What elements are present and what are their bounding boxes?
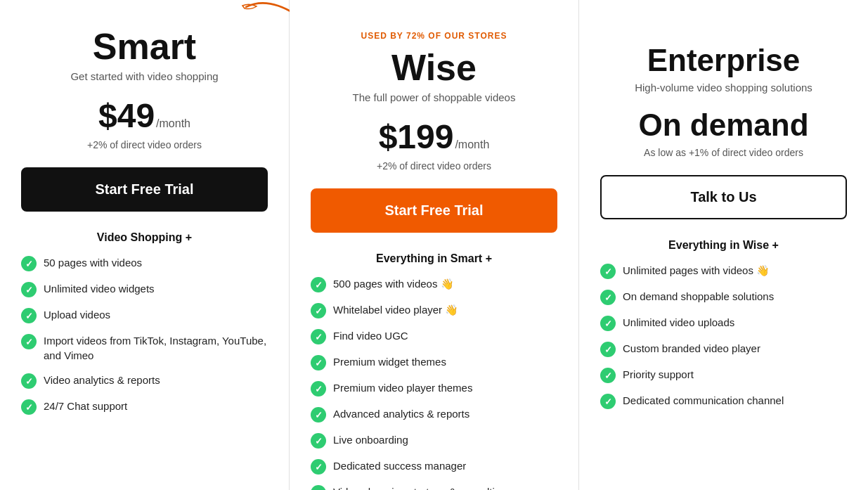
list-item: Upload videos	[21, 307, 268, 323]
smart-cta-button[interactable]: Start Free Trial	[21, 167, 268, 212]
check-icon	[600, 394, 616, 409]
wise-price-amount: $199	[379, 117, 454, 156]
list-item: Custom branded video player	[600, 341, 847, 357]
list-item: Video analytics & reports	[21, 373, 268, 389]
wise-plan-name: Wise	[391, 49, 477, 86]
wise-price-period: /month	[455, 138, 489, 151]
feature-text: Find video UGC	[333, 328, 408, 343]
feature-text: On demand shoppable solutions	[623, 289, 774, 304]
wise-section-title: Everything in Smart +	[376, 252, 492, 265]
smart-section-title: Video Shopping +	[97, 231, 192, 244]
enterprise-plan-card: Enterprise High-volume video shopping so…	[579, 0, 868, 490]
enterprise-price: On demand	[638, 108, 808, 143]
feature-text: 24/7 Chat support	[44, 399, 127, 413]
smart-plan-name: Smart	[93, 28, 196, 65]
feature-text: Custom branded video player	[623, 341, 760, 356]
check-icon	[21, 373, 37, 389]
wise-price-row: $199 /month	[379, 117, 490, 156]
list-item: On demand shoppable solutions	[600, 289, 847, 305]
enterprise-cta-button[interactable]: Talk to Us	[600, 175, 847, 219]
check-icon	[311, 459, 326, 475]
check-icon	[311, 433, 326, 449]
check-icon	[311, 485, 326, 490]
feature-text: 500 pages with videos 👋	[333, 276, 454, 291]
check-icon	[600, 342, 616, 357]
enterprise-features-list: Unlimited pages with videos 👋 On demand …	[600, 263, 847, 419]
list-item: Dedicated communication channel	[600, 393, 847, 409]
smart-price-period: /month	[156, 117, 190, 130]
featured-badge: USED BY 72% OF OUR STORES	[361, 28, 507, 44]
list-item: Import videos from TikTok, Instagram, Yo…	[21, 333, 268, 363]
list-item: Whitelabel video player 👋	[311, 302, 557, 318]
smart-price-row: $49 /month	[98, 96, 190, 135]
check-icon	[311, 277, 326, 292]
check-icon	[311, 407, 326, 423]
feature-text: Upload videos	[44, 307, 110, 322]
enterprise-price-note: As low as +1% of direct video orders	[644, 147, 803, 158]
feature-text: Unlimited video uploads	[623, 315, 734, 330]
feature-text: Whitelabel video player 👋	[333, 302, 458, 317]
list-item: Advanced analytics & reports	[311, 406, 557, 423]
check-icon	[311, 381, 326, 396]
list-item: Live onboarding	[311, 432, 557, 449]
check-icon	[600, 316, 616, 331]
smart-plan-tagline: Get started with video shopping	[70, 70, 218, 82]
check-icon	[21, 282, 37, 297]
wise-plan-card: USED BY 72% OF OUR STORES Wise The full …	[290, 0, 579, 490]
feature-text: Video analytics & reports	[44, 373, 160, 387]
feature-text: 50 pages with videos	[44, 255, 142, 270]
list-item: Find video UGC	[311, 328, 557, 344]
wise-plan-tagline: The full power of shoppable videos	[353, 91, 516, 103]
list-item: Unlimited video uploads	[600, 315, 847, 331]
smart-price-note: +2% of direct video orders	[87, 139, 202, 150]
feature-text: Dedicated success manager	[333, 458, 466, 473]
check-icon	[21, 334, 37, 349]
enterprise-section-title: Everything in Wise +	[668, 239, 779, 252]
wise-cta-button[interactable]: Start Free Trial	[311, 188, 557, 233]
list-item: Video shopping strategy & consulting	[311, 484, 557, 490]
list-item: Premium video player themes	[311, 380, 557, 396]
list-item: Unlimited video widgets	[21, 281, 268, 297]
smart-price-amount: $49	[98, 96, 155, 135]
wise-price-note: +2% of direct video orders	[377, 160, 491, 172]
feature-text: Video shopping strategy & consulting	[333, 484, 507, 490]
check-icon	[600, 368, 616, 383]
enterprise-plan-name: Enterprise	[647, 45, 801, 76]
wise-features-list: 500 pages with videos 👋 Whitelabel video…	[311, 276, 557, 490]
check-icon	[21, 308, 37, 323]
list-item: 24/7 Chat support	[21, 399, 268, 415]
feature-text: Premium video player themes	[333, 380, 472, 395]
list-item: 50 pages with videos	[21, 255, 268, 271]
list-item: Premium widget themes	[311, 354, 557, 370]
feature-text: Unlimited pages with videos 👋	[623, 263, 770, 278]
feature-text: Live onboarding	[333, 432, 408, 447]
feature-text: Unlimited video widgets	[44, 281, 155, 296]
check-icon	[21, 256, 37, 271]
feature-text: Priority support	[623, 367, 694, 382]
list-item: Unlimited pages with videos 👋	[600, 263, 847, 279]
check-icon	[311, 355, 326, 370]
pricing-container: Smart Get started with video shopping $4…	[0, 0, 868, 490]
list-item: 500 pages with videos 👋	[311, 276, 557, 292]
feature-text: Premium widget themes	[333, 354, 446, 369]
check-icon	[311, 303, 326, 318]
check-icon	[311, 329, 326, 344]
feature-text: Import videos from TikTok, Instagram, Yo…	[44, 333, 268, 363]
smart-plan-card: Smart Get started with video shopping $4…	[0, 0, 290, 490]
enterprise-plan-tagline: High-volume video shopping solutions	[635, 82, 812, 94]
check-icon	[600, 290, 616, 305]
check-icon	[600, 264, 616, 279]
check-icon	[21, 399, 37, 415]
list-item: Priority support	[600, 367, 847, 383]
feature-text: Advanced analytics & reports	[333, 406, 469, 421]
smart-features-list: 50 pages with videos Unlimited video wid…	[21, 255, 268, 425]
feature-text: Dedicated communication channel	[623, 393, 784, 408]
list-item: Dedicated success manager	[311, 458, 557, 475]
